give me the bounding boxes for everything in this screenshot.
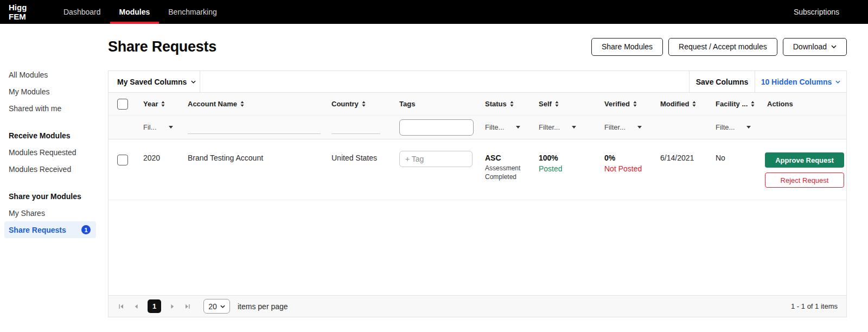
page-title: Share Requests: [108, 39, 216, 55]
sidebar-item-my-modules[interactable]: My Modules: [0, 83, 100, 100]
current-page-button[interactable]: 1: [148, 299, 161, 313]
chevron-down-icon: [191, 80, 196, 84]
approve-request-button[interactable]: Approve Request: [765, 152, 844, 168]
nav-subscriptions-label: Subscriptions: [794, 8, 839, 16]
verified-filter-label: Filter...: [604, 123, 626, 131]
share-modules-button[interactable]: Share Modules: [591, 38, 663, 56]
column-header-verified[interactable]: Verified: [596, 100, 652, 108]
account-name-cell: Brand Testing Account: [179, 139, 323, 200]
country-header-label: Country: [331, 100, 359, 108]
sort-icon: [633, 101, 637, 107]
status-filter-label: Filte...: [485, 123, 504, 131]
request-accept-label: Request / Accept modules: [679, 42, 767, 51]
caret-down-icon: [572, 126, 576, 129]
pagination-range-label: 1 - 1 of 1 items: [791, 302, 838, 310]
nav-modules-label: Modules: [119, 8, 150, 16]
facility-filter-label: Filte...: [716, 123, 735, 131]
page-size-select[interactable]: 20: [203, 299, 230, 314]
next-page-icon[interactable]: [169, 303, 176, 310]
year-cell: 2020: [135, 139, 179, 200]
sidebar-item-all-modules[interactable]: All Modules: [0, 66, 100, 83]
self-cell: 100% Posted: [530, 139, 596, 200]
status-detail: Assessment Completed: [485, 164, 530, 181]
nav-benchmarking-label: Benchmarking: [168, 8, 217, 16]
my-saved-columns-label: My Saved Columns: [117, 78, 187, 86]
actions-header-label: Actions: [767, 100, 793, 108]
column-header-country[interactable]: Country: [323, 100, 391, 108]
nav-dashboard[interactable]: Dashboard: [54, 0, 110, 24]
row-checkbox[interactable]: [117, 155, 128, 165]
sidebar-item-modules-received[interactable]: Modules Received: [0, 161, 100, 177]
sidebar-item-share-requests-label: Share Requests: [9, 226, 66, 234]
chevron-down-icon: [831, 45, 837, 48]
last-page-icon[interactable]: [184, 303, 192, 310]
column-header-modified[interactable]: Modified: [652, 100, 707, 108]
facility-cell: No: [707, 139, 758, 200]
caret-down-icon: [746, 126, 751, 129]
verified-percent: 0%: [604, 154, 615, 162]
year-header-label: Year: [143, 100, 158, 108]
sidebar-item-shared-with-me[interactable]: Shared with me: [0, 100, 100, 117]
nav-subscriptions[interactable]: Subscriptions: [794, 0, 868, 24]
sidebar-section-receive-modules: Receive Modules: [0, 127, 100, 144]
column-header-facility[interactable]: Facility ...: [707, 100, 758, 108]
tags-filter-input[interactable]: [399, 119, 474, 136]
active-tab-underline: [110, 22, 159, 24]
column-header-self[interactable]: Self: [530, 100, 596, 108]
share-requests-grid: My Saved Columns Save Columns 10 Hidden …: [108, 71, 847, 317]
nav-modules[interactable]: Modules: [110, 0, 159, 24]
self-percent: 100%: [539, 154, 558, 162]
select-all-checkbox[interactable]: [117, 99, 128, 110]
sort-icon: [362, 101, 366, 107]
save-columns-label: Save Columns: [696, 78, 748, 86]
column-header-year[interactable]: Year: [135, 100, 179, 108]
previous-page-icon[interactable]: [132, 303, 140, 310]
hidden-columns-dropdown[interactable]: 10 Hidden Columns: [755, 71, 846, 92]
reject-request-button[interactable]: Reject Request: [765, 173, 844, 188]
my-saved-columns-dropdown[interactable]: My Saved Columns: [108, 71, 200, 92]
add-tag-input[interactable]: [399, 151, 473, 167]
save-columns-button[interactable]: Save Columns: [689, 71, 755, 92]
table-filter-row: Fil... Filte... Filter... Filter... Filt…: [108, 116, 846, 139]
sidebar-item-my-shares[interactable]: My Shares: [0, 205, 100, 221]
facility-header-label: Facility ...: [716, 100, 748, 108]
self-header-label: Self: [539, 100, 552, 108]
main-nav: Dashboard Modules Benchmarking: [54, 0, 226, 24]
grid-toolbar: My Saved Columns Save Columns 10 Hidden …: [108, 71, 846, 93]
sidebar: All Modules My Modules Shared with me Re…: [0, 24, 100, 332]
app-logo[interactable]: Higg FEM: [0, 0, 54, 24]
sidebar-item-modules-requested[interactable]: Modules Requested: [0, 144, 100, 161]
facility-filter-dropdown[interactable]: Filte...: [707, 123, 758, 131]
column-header-account-name[interactable]: Account Name: [179, 100, 323, 108]
nav-benchmarking[interactable]: Benchmarking: [159, 0, 226, 24]
chevron-down-icon: [835, 80, 840, 84]
top-navigation-bar: Higg FEM Dashboard Modules Benchmarking …: [0, 0, 868, 24]
modified-cell: 6/14/2021: [652, 139, 707, 200]
share-modules-label: Share Modules: [602, 42, 653, 51]
first-page-icon[interactable]: [117, 303, 125, 310]
column-header-status[interactable]: Status: [476, 100, 530, 108]
table-row: 2020 Brand Testing Account United States…: [108, 139, 846, 200]
self-filter-label: Filter...: [539, 123, 560, 131]
sidebar-item-share-requests[interactable]: Share Requests 1: [4, 221, 96, 238]
caret-down-icon: [516, 126, 520, 129]
account-name-header-label: Account Name: [188, 100, 237, 108]
country-filter-input[interactable]: [331, 121, 380, 134]
sort-icon: [751, 101, 755, 107]
verified-filter-dropdown[interactable]: Filter...: [596, 123, 652, 131]
self-filter-dropdown[interactable]: Filter...: [530, 123, 596, 131]
tags-header-label: Tags: [399, 100, 415, 108]
column-header-tags: Tags: [391, 100, 476, 108]
account-name-filter-input[interactable]: [188, 121, 321, 134]
country-cell: United States: [323, 139, 391, 200]
year-filter-dropdown[interactable]: Fil...: [135, 123, 179, 131]
sort-icon: [692, 101, 696, 107]
status-filter-dropdown[interactable]: Filte...: [476, 123, 530, 131]
status-cell: ASC Assessment Completed: [476, 139, 530, 200]
verified-posted-state: Not Posted: [604, 164, 652, 173]
self-posted-state: Posted: [539, 164, 596, 173]
pagination-bar: 1 20 items per page 1 - 1 of 1 items: [108, 295, 846, 317]
empty-table-area: [108, 200, 846, 295]
request-accept-modules-button[interactable]: Request / Accept modules: [668, 38, 777, 56]
download-button[interactable]: Download: [783, 38, 847, 56]
